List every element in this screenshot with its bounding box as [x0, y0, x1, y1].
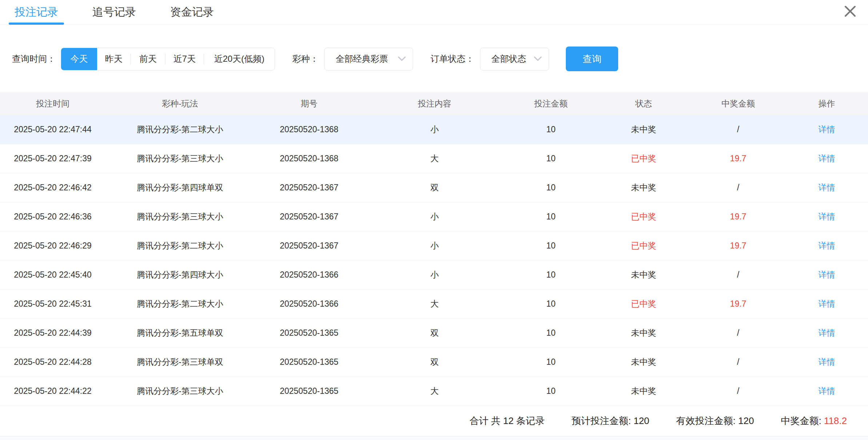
cell-bet-time: 2025-05-20 22:44:39 — [0, 319, 105, 347]
detail-link[interactable]: 详情 — [819, 153, 835, 164]
chevron-down-icon — [533, 56, 542, 62]
cell-prize-amount: 19.7 — [691, 231, 785, 260]
betting-records-dialog: 投注记录 追号记录 资金记录 查询时间： 今天 昨天 前天 近7天 近20天(低… — [0, 0, 868, 440]
cell-bet-content: 双 — [364, 173, 505, 202]
cell-action: 详情 — [785, 173, 868, 202]
time-option-last-20-days[interactable]: 近20天(低频) — [204, 48, 275, 70]
query-button[interactable]: 查询 — [566, 47, 618, 71]
header-lottery-play: 彩种-玩法 — [105, 92, 255, 115]
time-option-day-before[interactable]: 前天 — [131, 48, 165, 70]
cell-bet-content: 小 — [364, 115, 505, 144]
cell-issue: 20250520-1365 — [255, 377, 364, 405]
order-status-filter-label: 订单状态： — [431, 53, 474, 65]
header-issue: 期号 — [255, 92, 364, 115]
cell-issue: 20250520-1366 — [255, 261, 364, 289]
cell-bet-amount: 10 — [505, 173, 596, 202]
cell-bet-amount: 10 — [505, 377, 596, 405]
cell-issue: 20250520-1367 — [255, 173, 364, 202]
cell-lottery-play: 腾讯分分彩-第三球大小 — [105, 202, 255, 231]
detail-link[interactable]: 详情 — [819, 182, 835, 193]
cell-bet-amount: 10 — [505, 290, 596, 318]
detail-link[interactable]: 详情 — [819, 124, 835, 135]
time-option-last-7-days[interactable]: 近7天 — [165, 48, 204, 70]
cell-status: 未中奖 — [596, 261, 691, 289]
cell-lottery-play: 腾讯分分彩-第四球单双 — [105, 173, 255, 202]
time-option-today[interactable]: 今天 — [61, 48, 97, 70]
cell-bet-content: 小 — [364, 261, 505, 289]
detail-link[interactable]: 详情 — [819, 385, 835, 397]
bottom-divider — [0, 436, 868, 440]
cell-action: 详情 — [785, 144, 868, 173]
detail-link[interactable]: 详情 — [819, 211, 835, 222]
detail-link[interactable]: 详情 — [819, 240, 835, 251]
tab-chase-records[interactable]: 追号记录 — [92, 0, 137, 25]
cell-bet-content: 大 — [364, 144, 505, 173]
summary-valid-bet-amount: 有效投注金额: 120 — [676, 415, 754, 427]
header-status: 状态 — [596, 92, 691, 115]
table-row: 2025-05-20 22:47:44腾讯分分彩-第二球大小20250520-1… — [0, 115, 868, 144]
cell-status: 未中奖 — [596, 173, 691, 202]
detail-link[interactable]: 详情 — [819, 269, 835, 280]
cell-bet-time: 2025-05-20 22:46:36 — [0, 202, 105, 231]
cell-status: 未中奖 — [596, 348, 691, 376]
cell-lottery-play: 腾讯分分彩-第三球大小 — [105, 144, 255, 173]
header-bet-content: 投注内容 — [364, 92, 505, 115]
cell-lottery-play: 腾讯分分彩-第二球大小 — [105, 115, 255, 144]
cell-prize-amount: / — [691, 173, 785, 202]
time-range-segmented-control: 今天 昨天 前天 近7天 近20天(低频) — [61, 48, 275, 70]
cell-prize-amount: / — [691, 319, 785, 347]
lottery-filter-label: 彩种： — [292, 53, 319, 65]
time-option-yesterday[interactable]: 昨天 — [97, 48, 131, 70]
summary-bar: 合计 共 12 条记录 预计投注金额: 120 有效投注金额: 120 中奖金额… — [0, 406, 868, 436]
cell-prize-amount: / — [691, 115, 785, 144]
detail-link[interactable]: 详情 — [819, 356, 835, 368]
summary-total-records: 合计 共 12 条记录 — [469, 415, 545, 427]
tab-label: 资金记录 — [170, 5, 214, 20]
cell-prize-amount: / — [691, 377, 785, 405]
close-icon — [843, 4, 857, 18]
close-button[interactable] — [843, 4, 858, 19]
cell-bet-time: 2025-05-20 22:44:28 — [0, 348, 105, 376]
cell-issue: 20250520-1366 — [255, 290, 364, 318]
lottery-select[interactable]: 全部经典彩票 — [324, 48, 413, 70]
cell-action: 详情 — [785, 202, 868, 231]
tab-bet-records[interactable]: 投注记录 — [14, 0, 59, 25]
cell-prize-amount: 19.7 — [691, 290, 785, 318]
cell-lottery-play: 腾讯分分彩-第二球大小 — [105, 290, 255, 318]
cell-prize-amount: 19.7 — [691, 144, 785, 173]
table-row: 2025-05-20 22:44:39腾讯分分彩-第五球单双20250520-1… — [0, 319, 868, 348]
detail-link[interactable]: 详情 — [819, 298, 835, 310]
cell-action: 详情 — [785, 290, 868, 318]
cell-prize-amount: / — [691, 348, 785, 376]
cell-issue: 20250520-1367 — [255, 231, 364, 260]
detail-link[interactable]: 详情 — [819, 327, 835, 339]
summary-prize-label: 中奖金额: — [781, 415, 824, 426]
cell-status: 已中奖 — [596, 202, 691, 231]
cell-bet-amount: 10 — [505, 115, 596, 144]
table-header-row: 投注时间 彩种-玩法 期号 投注内容 投注金额 状态 中奖金额 操作 — [0, 92, 868, 115]
cell-bet-time: 2025-05-20 22:45:40 — [0, 261, 105, 289]
cell-bet-content: 小 — [364, 231, 505, 260]
cell-prize-amount: / — [691, 261, 785, 289]
cell-bet-time: 2025-05-20 22:45:31 — [0, 290, 105, 318]
cell-bet-amount: 10 — [505, 348, 596, 376]
table-row: 2025-05-20 22:46:36腾讯分分彩-第三球大小20250520-1… — [0, 202, 868, 231]
tab-fund-records[interactable]: 资金记录 — [169, 0, 215, 25]
table-row: 2025-05-20 22:45:40腾讯分分彩-第四球大小20250520-1… — [0, 261, 868, 290]
cell-status: 未中奖 — [596, 319, 691, 347]
header-actions: 操作 — [785, 92, 868, 115]
cell-action: 详情 — [785, 231, 868, 260]
cell-bet-time: 2025-05-20 22:44:22 — [0, 377, 105, 405]
summary-expected-bet-amount: 预计投注金额: 120 — [572, 415, 649, 427]
order-status-select[interactable]: 全部状态 — [480, 48, 549, 70]
cell-action: 详情 — [785, 377, 868, 405]
cell-status: 已中奖 — [596, 144, 691, 173]
cell-issue: 20250520-1365 — [255, 348, 364, 376]
cell-lottery-play: 腾讯分分彩-第三球单双 — [105, 348, 255, 376]
tab-label: 投注记录 — [15, 5, 58, 20]
lottery-select-value: 全部经典彩票 — [336, 53, 388, 65]
cell-action: 详情 — [785, 261, 868, 289]
table-row: 2025-05-20 22:47:39腾讯分分彩-第三球大小20250520-1… — [0, 144, 868, 173]
cell-bet-amount: 10 — [505, 231, 596, 260]
cell-lottery-play: 腾讯分分彩-第五球单双 — [105, 319, 255, 347]
